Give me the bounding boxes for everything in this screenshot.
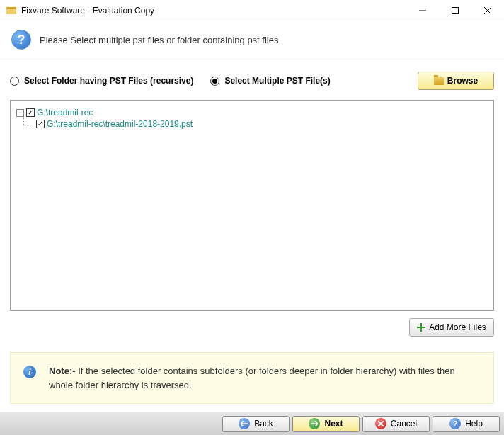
file-tree-panel: − G:\treadmil-rec G:\treadmil-rec\treadm…: [10, 100, 494, 311]
close-button[interactable]: [471, 0, 504, 21]
cancel-x-icon: [375, 418, 386, 429]
help-button[interactable]: ? Help: [433, 416, 500, 432]
back-label: Back: [254, 419, 273, 429]
radio-multiple-files[interactable]: Select Multiple PST File(s): [210, 76, 330, 86]
radio-label: Select Folder having PST Files (recursiv…: [24, 76, 193, 86]
radio-folder-recursive[interactable]: Select Folder having PST Files (recursiv…: [10, 76, 193, 86]
svg-rect-1: [6, 9, 16, 14]
selection-mode-row: Select Folder having PST Files (recursiv…: [10, 72, 494, 90]
next-label: Next: [324, 419, 343, 429]
add-more-label: Add More Files: [429, 322, 486, 332]
note-prefix: Note:-: [49, 366, 76, 376]
add-more-row: Add More Files: [10, 318, 494, 337]
minimize-button[interactable]: [406, 0, 439, 21]
maximize-button[interactable]: [439, 0, 471, 21]
wizard-footer: Back Next Cancel ? Help: [0, 412, 504, 435]
app-icon: [6, 5, 17, 16]
browse-label: Browse: [447, 76, 478, 86]
cancel-button[interactable]: Cancel: [362, 416, 430, 432]
back-button[interactable]: Back: [222, 416, 290, 432]
next-arrow-icon: [309, 418, 320, 429]
checkbox-checked-icon[interactable]: [26, 108, 35, 117]
instruction-text: Please Select multiple pst files or fold…: [40, 35, 278, 45]
folder-icon: [434, 77, 444, 85]
checkbox-checked-icon[interactable]: [36, 120, 45, 128]
note-text: Note:- If the selected folder contains s…: [49, 364, 481, 392]
tree-child-label: G:\treadmil-rec\treadmil-2018-2019.pst: [47, 119, 193, 129]
window-title: Fixvare Software - Evaluation Copy: [21, 6, 406, 16]
title-bar: Fixvare Software - Evaluation Copy: [0, 0, 504, 21]
svg-rect-3: [452, 7, 459, 13]
instruction-header: ? Please Select multiple pst files or fo…: [0, 21, 504, 60]
radio-icon-selected: [210, 77, 219, 86]
tree-child-node[interactable]: G:\treadmil-rec\treadmil-2018-2019.pst: [36, 119, 488, 129]
browse-button[interactable]: Browse: [418, 72, 494, 90]
tree-root-label: G:\treadmil-rec: [37, 108, 93, 118]
radio-label: Select Multiple PST File(s): [224, 76, 330, 86]
note-body: If the selected folder contains subfolde…: [49, 366, 455, 390]
back-arrow-icon: [239, 418, 250, 429]
add-more-files-button[interactable]: Add More Files: [409, 318, 494, 337]
question-icon: ?: [11, 30, 31, 50]
tree-root-node[interactable]: − G:\treadmil-rec: [16, 108, 488, 118]
collapse-icon[interactable]: −: [16, 109, 24, 117]
plus-icon: [417, 323, 425, 332]
help-question-icon: ?: [449, 418, 461, 429]
next-button[interactable]: Next: [292, 416, 360, 432]
info-icon: i: [23, 366, 36, 378]
radio-icon: [10, 77, 19, 86]
help-label: Help: [465, 419, 483, 429]
note-box: i Note:- If the selected folder contains…: [10, 352, 494, 404]
main-content: Select Folder having PST Files (recursiv…: [0, 60, 504, 344]
cancel-label: Cancel: [391, 419, 417, 429]
